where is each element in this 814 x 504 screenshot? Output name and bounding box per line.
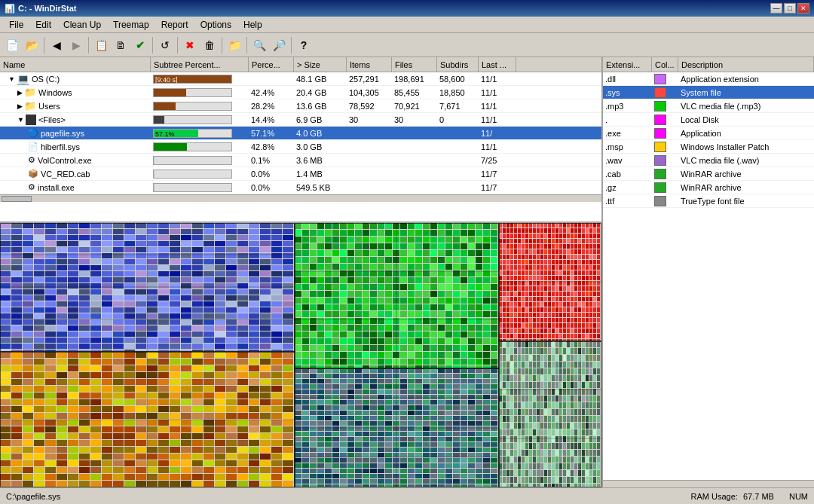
- color-swatch: [654, 115, 666, 125]
- tree-row[interactable]: ⚙ VolControl.exe 0.1% 3.6 MB 7/25: [0, 154, 601, 167]
- color-swatch: [654, 155, 666, 166]
- file-icon: 🔵: [28, 128, 38, 138]
- ext-row[interactable]: .cab WinRAR archive: [603, 167, 814, 181]
- title-bar-controls: — □ ✕: [770, 3, 809, 14]
- toolbar-properties[interactable]: 🗎: [112, 36, 130, 54]
- ext-row[interactable]: .ttf TrueType font file: [603, 194, 814, 208]
- col-size[interactable]: > Size: [294, 57, 347, 72]
- tree-row[interactable]: ▶ 📁 Users 28.2% 13.6 GB 78,592 70,921 7,…: [0, 99, 601, 113]
- tree-row[interactable]: ⚙ install.exe 0.0% 549.5 KB 11/7: [0, 181, 601, 194]
- expand-icon[interactable]: ▶: [17, 102, 23, 110]
- main-area: Name Subtree Percent... Perce... > Size …: [0, 57, 814, 487]
- toolbar-sep1: [44, 37, 44, 53]
- toolbar-zoom-out[interactable]: 🔎: [270, 36, 288, 54]
- toolbar-delete[interactable]: ✖: [181, 36, 199, 54]
- ext-row[interactable]: . Local Disk: [603, 113, 814, 127]
- window-title: C: - WinDirStat: [18, 4, 77, 13]
- menu-file[interactable]: File: [3, 18, 29, 32]
- tree-row[interactable]: 📄 hiberfil.sys 42.8% 3.0 GB 11/1: [0, 140, 601, 154]
- menu-help[interactable]: Help: [237, 18, 268, 32]
- treemap-canvas[interactable]: [0, 223, 601, 487]
- col-last[interactable]: Last ...: [479, 57, 516, 72]
- file-name: pagefile.sys: [41, 129, 84, 138]
- ext-row[interactable]: .exe Application: [603, 127, 814, 140]
- color-swatch: [654, 87, 666, 98]
- toolbar-checkmark[interactable]: ✔: [131, 36, 149, 54]
- col-files[interactable]: Files: [392, 57, 437, 72]
- left-panel: Name Subtree Percent... Perce... > Size …: [0, 57, 603, 487]
- tree-row-selected[interactable]: 🔵 pagefile.sys 57.1% 57.1% 4.0 GB 11: [0, 127, 601, 140]
- minimize-button[interactable]: —: [770, 3, 782, 14]
- toolbar-forward[interactable]: ▶: [67, 36, 85, 54]
- toolbar-help[interactable]: ?: [295, 36, 313, 54]
- right-panel: Extensi... Col... Description .dll Appli…: [603, 57, 814, 487]
- ext-col-color[interactable]: Col...: [652, 57, 678, 72]
- color-swatch: [654, 101, 666, 111]
- col-items[interactable]: Items: [347, 57, 392, 72]
- color-swatch: [654, 142, 666, 152]
- expand-icon[interactable]: ▼: [17, 116, 24, 124]
- color-swatch: [654, 74, 666, 84]
- color-swatch: [654, 169, 666, 179]
- expand-icon[interactable]: ▶: [17, 89, 23, 96]
- ext-row[interactable]: .mp3 VLC media file (.mp3): [603, 99, 814, 113]
- tree-row[interactable]: ▼ 💻 OS (C:) [9:40 s] 48.1 GB 257,291 198…: [0, 72, 601, 86]
- menu-options[interactable]: Options: [194, 18, 237, 32]
- file-icon: ⚙: [28, 182, 35, 192]
- tree-row[interactable]: 📦 VC_RED.cab 0.0% 1.4 MB 11/7: [0, 167, 601, 181]
- file-icon: ⚙: [28, 155, 35, 165]
- tree-row[interactable]: ▶ 📁 Windows 42.4% 20.4 GB 104,305 85,455…: [0, 86, 601, 99]
- file-icon: [26, 115, 36, 125]
- ext-row[interactable]: .dll Application extension: [603, 72, 814, 86]
- col-subdirs[interactable]: Subdirs: [437, 57, 479, 72]
- toolbar-open[interactable]: 📂: [23, 36, 41, 54]
- ext-scroll-area[interactable]: [603, 480, 814, 487]
- tree-row[interactable]: ▼ <Files> 14.4% 6.9 GB 30 30 0 11/1: [0, 113, 601, 127]
- title-bar-left: 📊 C: - WinDirStat: [5, 4, 77, 14]
- ext-header: Extensi... Col... Description: [603, 57, 814, 72]
- ext-row[interactable]: .wav VLC media file (.wav): [603, 154, 814, 167]
- toolbar-refresh[interactable]: ↺: [156, 36, 174, 54]
- app-icon: 📊: [5, 4, 15, 14]
- ext-col-description[interactable]: Description: [678, 57, 814, 72]
- toolbar-sep3: [152, 37, 153, 53]
- ext-row-selected[interactable]: .sys System file: [603, 86, 814, 99]
- col-name[interactable]: Name: [0, 57, 151, 72]
- toolbar-folder[interactable]: 📁: [225, 36, 243, 54]
- file-icon: 📁: [24, 100, 36, 111]
- expand-icon[interactable]: ▼: [8, 75, 15, 83]
- menu-report[interactable]: Report: [155, 18, 194, 32]
- col-perce[interactable]: Perce...: [249, 57, 294, 72]
- file-icon: 📦: [28, 169, 38, 179]
- toolbar-sep7: [291, 37, 292, 53]
- ext-row[interactable]: .gz WinRAR archive: [603, 181, 814, 194]
- close-button[interactable]: ✕: [797, 3, 809, 14]
- toolbar-sep6: [246, 37, 247, 53]
- file-name: OS (C:): [32, 75, 60, 84]
- tree-scroll[interactable]: [0, 194, 601, 202]
- treemap[interactable]: [0, 223, 601, 487]
- ext-row[interactable]: .msp Windows Installer Patch: [603, 140, 814, 154]
- file-icon: 📁: [24, 87, 36, 98]
- col-subtree[interactable]: Subtree Percent...: [151, 57, 249, 72]
- menu-treemap[interactable]: Treemap: [107, 18, 155, 32]
- toolbar: 📄 📂 ◀ ▶ 📋 🗎 ✔ ↺ ✖ 🗑 📁 🔍 🔎 ?: [0, 33, 814, 57]
- menu-cleanup[interactable]: Clean Up: [57, 18, 107, 32]
- toolbar-zoom-in[interactable]: 🔍: [250, 36, 268, 54]
- ext-col-extension[interactable]: Extensi...: [603, 57, 652, 72]
- color-swatch: [654, 128, 666, 139]
- menu-edit[interactable]: Edit: [29, 18, 57, 32]
- status-right: RAM Usage: 67.7 MB NUM: [691, 492, 808, 501]
- status-path: C:\pagefile.sys: [6, 492, 691, 501]
- toolbar-sep5: [222, 37, 222, 53]
- file-icon: 📄: [28, 142, 38, 151]
- tree-rows: ▼ 💻 OS (C:) [9:40 s] 48.1 GB 257,291 198…: [0, 72, 601, 194]
- ext-list: .dll Application extension .sys System f…: [603, 72, 814, 480]
- toolbar-copy[interactable]: 📋: [92, 36, 110, 54]
- maximize-button[interactable]: □: [784, 3, 796, 14]
- scroll-thumb[interactable]: [2, 196, 32, 202]
- toolbar-new[interactable]: 📄: [3, 36, 21, 54]
- file-tree: Name Subtree Percent... Perce... > Size …: [0, 57, 601, 223]
- toolbar-recycle[interactable]: 🗑: [200, 36, 219, 54]
- toolbar-back[interactable]: ◀: [47, 36, 66, 54]
